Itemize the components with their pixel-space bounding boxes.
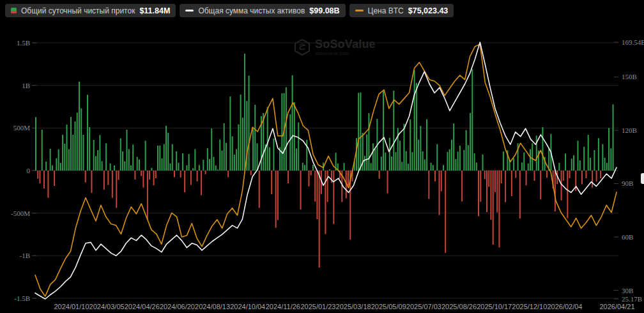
legend-net-assets[interactable]: Общая сумма чистых активов $99.08B [180, 4, 345, 17]
svg-text:2024/01/10: 2024/01/10 [54, 303, 89, 310]
svg-text:2024/08/13: 2024/08/13 [195, 303, 230, 310]
etf-flow-chart-panel: Общий суточный чистый приток $11.84M Общ… [0, 0, 644, 313]
svg-text:2024/06/20: 2024/06/20 [160, 303, 195, 310]
svg-text:2025/07/03: 2025/07/03 [406, 303, 441, 310]
legend-btc-price[interactable]: Цена BTC $75,023.43 [349, 4, 454, 17]
net-assets-value: $99.08B [309, 6, 339, 15]
svg-text:90B: 90B [622, 179, 633, 187]
btc-price-label: Цена BTC [368, 6, 404, 15]
svg-text:2025/10/17: 2025/10/17 [477, 303, 512, 310]
right-edge-marker[interactable] [641, 173, 644, 184]
assets-line-legend-icon [185, 10, 194, 11]
svg-text:0: 0 [27, 167, 31, 174]
svg-text:2025/12/10: 2025/12/10 [512, 303, 547, 310]
svg-text:2025/03/18: 2025/03/18 [336, 303, 371, 310]
legend: Общий суточный чистый приток $11.84M Общ… [5, 4, 454, 17]
net-assets-label: Общая сумма чистых активов [198, 6, 305, 15]
svg-text:2026/02/04: 2026/02/04 [547, 303, 582, 310]
svg-text:-1.5B: -1.5B [14, 294, 30, 302]
svg-text:120B: 120B [622, 126, 637, 134]
svg-text:2026/04/21: 2026/04/21 [599, 303, 634, 310]
watermark-name: SoSoValue [315, 38, 376, 50]
svg-text:2024/10/04: 2024/10/04 [230, 303, 265, 310]
svg-text:2025/01/23: 2025/01/23 [300, 303, 335, 310]
svg-text:169.54B: 169.54B [622, 38, 644, 46]
watermark-domain: sosovalue.com [315, 51, 376, 56]
svg-text:2024/04/26: 2024/04/26 [125, 303, 160, 310]
svg-text:150B: 150B [622, 73, 637, 80]
daily-flow-label: Общий суточный чистый приток [21, 6, 135, 15]
svg-text:-1B: -1B [20, 252, 31, 259]
svg-text:1B: 1B [22, 82, 30, 89]
btc-price-value: $75,023.43 [408, 6, 448, 15]
svg-text:60B: 60B [622, 233, 633, 241]
left-axis-labels: 1.5B1B500M0-500M-1B-1.5B [11, 39, 30, 302]
legend-daily-flow[interactable]: Общий суточный чистый приток $11.84M [5, 4, 176, 17]
sosovalue-watermark: SoSoValue sosovalue.com [294, 38, 376, 56]
svg-text:500M: 500M [13, 124, 31, 132]
svg-text:2024/03/05: 2024/03/05 [89, 303, 125, 310]
svg-text:30B: 30B [622, 287, 633, 294]
daily-flow-bars[interactable] [35, 54, 616, 268]
svg-text:-500M: -500M [11, 210, 30, 217]
price-line-legend-icon [355, 10, 364, 11]
svg-text:1.5B: 1.5B [17, 39, 30, 47]
right-axis-labels: 169.54B150B120B90B60B30B25.17B [614, 38, 644, 303]
inflow-outflow-legend-icon [11, 8, 17, 13]
svg-text:2025/05/09: 2025/05/09 [371, 303, 406, 310]
daily-flow-value: $11.84M [139, 6, 170, 15]
x-axis-labels: 2024/01/102024/03/052024/04/262024/06/20… [54, 303, 634, 310]
svg-text:2024/11/26: 2024/11/26 [266, 303, 300, 310]
sosovalue-logo-icon [294, 38, 310, 56]
svg-text:2025/08/26: 2025/08/26 [441, 303, 477, 310]
svg-text:25.17B: 25.17B [622, 295, 642, 303]
